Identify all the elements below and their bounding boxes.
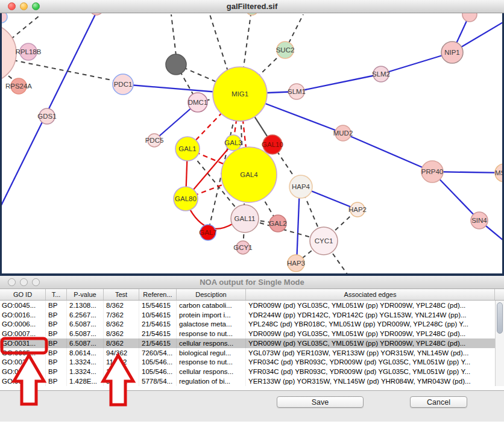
table-cell: 6.5087... bbox=[67, 329, 104, 338]
table-cell: BP bbox=[46, 310, 67, 320]
table-row[interactable]: GO:0050...BP1.428E...80/3625778/54...reg… bbox=[0, 376, 504, 386]
minimize-button-inactive[interactable] bbox=[20, 278, 28, 286]
network-window-titlebar[interactable]: galFiltered.sif bbox=[0, 0, 504, 13]
table-cell: BP bbox=[46, 348, 67, 358]
vertical-scrollbar[interactable] bbox=[495, 301, 504, 386]
table-cell: response to nut... bbox=[177, 329, 246, 338]
table-cell: YPL248C (pd) YBR018C, YML051W (pp) YDR00… bbox=[246, 320, 504, 329]
table-cell: 6.5087... bbox=[67, 338, 104, 348]
button-panel: Save Cancel bbox=[0, 391, 504, 422]
table-cell: BP bbox=[46, 376, 67, 386]
table-row[interactable]: GO:0007...BP6.5087...8/36221/54615respon… bbox=[0, 329, 504, 338]
node-unlabeled[interactable] bbox=[462, 13, 477, 22]
column-header[interactable]: T... bbox=[46, 289, 67, 300]
table-cell: BP bbox=[46, 301, 67, 310]
table-cell: response to nut... bbox=[177, 358, 246, 367]
table-body[interactable]: GO:0045...BP2.1308...8/36215/54615carbon… bbox=[0, 301, 504, 386]
table-cell: 6.5087... bbox=[67, 320, 104, 329]
table-cell: 5778/54... bbox=[139, 376, 177, 386]
close-button-inactive[interactable] bbox=[8, 278, 16, 286]
node-label-GDS1: GDS1 bbox=[37, 113, 56, 120]
close-button[interactable] bbox=[8, 2, 16, 10]
table-cell: GO:0007... bbox=[0, 329, 46, 338]
network-edge[interactable] bbox=[11, 14, 41, 39]
table-cell: 105/546... bbox=[139, 367, 177, 376]
table-cell: cellular respons... bbox=[177, 338, 246, 348]
table-bottom-gap bbox=[0, 386, 504, 391]
table-row[interactable]: GO:0031...BP6.5087...8/36221/54615cellul… bbox=[0, 338, 504, 348]
zoom-button[interactable] bbox=[32, 2, 40, 10]
noa-output-window: NOA output for Single Mode GO IDT...P-va… bbox=[0, 276, 504, 422]
table-cell: 15/54615 bbox=[139, 301, 177, 310]
table-cell: YGL073W (pd) YER103W, YER133W (pp) YOR31… bbox=[246, 348, 504, 358]
table-cell: 8/362 bbox=[104, 301, 139, 310]
table-cell: 21/54615 bbox=[139, 329, 177, 338]
node-label-PRP40: PRP40 bbox=[421, 168, 443, 175]
network-edge[interactable] bbox=[171, 14, 176, 55]
node-label-GAL7: GAL7 bbox=[199, 229, 216, 236]
table-cell: 1.3324... bbox=[67, 358, 104, 367]
node-label-HAP4: HAP4 bbox=[292, 183, 310, 190]
column-header[interactable]: Associated edges bbox=[246, 289, 495, 300]
table-row[interactable]: GO:0045...BP2.1308...8/36215/54615carbon… bbox=[0, 301, 504, 310]
table-row[interactable]: GO:0006...BP6.5087...8/36221/54615galact… bbox=[0, 320, 504, 329]
node-label-SLM1: SLM1 bbox=[288, 88, 306, 95]
scrollbar-thumb[interactable] bbox=[497, 302, 503, 334]
node-label-MIG1: MIG1 bbox=[232, 90, 248, 98]
column-header[interactable]: P-value bbox=[67, 289, 104, 300]
table-cell: 10/54615 bbox=[139, 310, 177, 320]
table-cell: GO:0031... bbox=[0, 338, 46, 348]
table-cell: GO:0031... bbox=[0, 367, 46, 376]
node-label-DMC1: DMC1 bbox=[188, 99, 208, 106]
node-label-SUC2: SUC2 bbox=[276, 46, 295, 54]
cancel-button[interactable]: Cancel bbox=[410, 396, 467, 408]
node-unlabeled[interactable] bbox=[246, 13, 258, 15]
zoom-button-inactive[interactable] bbox=[32, 278, 40, 286]
network-canvas-area[interactable]: RPL18BRPS24APDC1GDS1PDC5DMC1MIG1SUC2SLM1… bbox=[0, 13, 504, 276]
node-label-NIP1: NIP1 bbox=[444, 49, 460, 56]
node-unlabeled[interactable] bbox=[90, 13, 103, 15]
table-cell: 21/54615 bbox=[139, 338, 177, 348]
screen: galFiltered.sif RPL18BRPS24APDC1GDS1PDC5… bbox=[0, 0, 504, 424]
table-cell: BP bbox=[46, 329, 67, 338]
table-cell: 7/362 bbox=[104, 310, 139, 320]
node-unlabeled[interactable] bbox=[166, 54, 186, 75]
table-cell: regulation of bi... bbox=[177, 376, 246, 386]
column-header[interactable]: Test bbox=[104, 289, 139, 300]
table-header: GO IDT...P-valueTestReferen...Desciption… bbox=[0, 289, 504, 301]
minimize-button[interactable] bbox=[20, 2, 28, 10]
network-window-title: galFiltered.sif bbox=[227, 2, 278, 11]
noa-window-title: NOA output for Single Mode bbox=[200, 278, 304, 287]
node-label-GAL4: GAL4 bbox=[240, 171, 258, 178]
column-header[interactable]: Desciption bbox=[177, 289, 246, 300]
table-row[interactable]: GO:0065...BP8.0614...94/3627260/54...bio… bbox=[0, 348, 504, 358]
header-scrollbar-corner bbox=[495, 289, 504, 300]
node-label-GAL10: GAL10 bbox=[262, 141, 283, 148]
noa-window-titlebar[interactable]: NOA output for Single Mode bbox=[0, 276, 504, 289]
table-cell: GO:0045... bbox=[0, 301, 46, 310]
table-cell: 11/362 bbox=[104, 358, 139, 367]
table-cell: 8/362 bbox=[104, 329, 139, 338]
node-unlabeled[interactable] bbox=[2, 23, 16, 83]
table-cell: YFR034C (pd) YBR093C, YDR009W (pd) YGL03… bbox=[246, 367, 504, 376]
table-cell: YDR009W (pd) YGL035C, YML051W (pp) YDR00… bbox=[246, 338, 504, 348]
table-row[interactable]: GO:0031...BP1.3324...11/362105/546...res… bbox=[0, 358, 504, 367]
network-edge[interactable] bbox=[297, 74, 381, 92]
save-button[interactable]: Save bbox=[277, 396, 364, 408]
network-edge[interactable] bbox=[343, 133, 432, 172]
table-cell: GO:0065... bbox=[0, 348, 46, 358]
column-header[interactable]: GO ID bbox=[0, 289, 46, 300]
table-cell: 1.428E... bbox=[67, 376, 104, 386]
node-label-GAL80: GAL80 bbox=[175, 195, 197, 202]
table-cell: 8/362 bbox=[104, 320, 139, 329]
table-cell: BP bbox=[46, 320, 67, 329]
node-label-SIN4: SIN4 bbox=[471, 217, 487, 224]
table-cell: 2.1308... bbox=[67, 301, 104, 310]
table-cell: GO:0050... bbox=[0, 376, 46, 386]
node-unlabeled[interactable] bbox=[2, 13, 7, 23]
table-row[interactable]: GO:0031...BP1.3324...11/362105/546...cel… bbox=[0, 367, 504, 376]
column-header[interactable]: Referen... bbox=[139, 289, 177, 300]
table-cell: BP bbox=[46, 338, 67, 348]
table-row[interactable]: GO:0016...BP6.2567...7/36210/54615protei… bbox=[0, 310, 504, 320]
node-label-GCY1: GCY1 bbox=[233, 244, 252, 251]
